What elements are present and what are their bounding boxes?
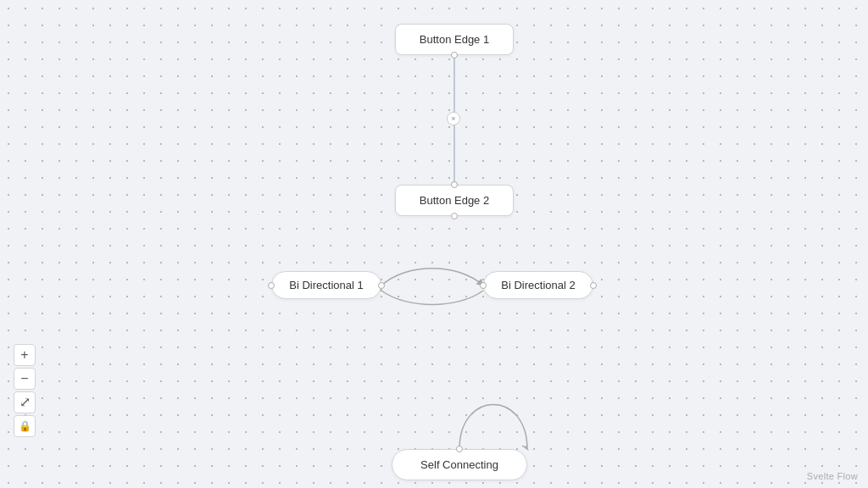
edge-delete-button[interactable]: × (447, 112, 460, 125)
handle-right-bd2[interactable] (590, 282, 597, 289)
node-label: Button Edge 1 (420, 33, 489, 46)
fit-view-button[interactable]: ⤢ (14, 391, 36, 413)
node-self-connecting[interactable]: Self Connecting (392, 449, 527, 480)
canvas-background (0, 0, 868, 488)
zoom-in-button[interactable]: + (14, 344, 36, 366)
zoom-out-button[interactable]: − (14, 368, 36, 390)
edge-button-label: × (451, 114, 455, 123)
controls-panel: + − ⤢ 🔒 (14, 344, 36, 437)
watermark: Svelte Flow (807, 471, 858, 481)
node-button-edge-1[interactable]: Button Edge 1 (395, 24, 514, 55)
handle-top-be2[interactable] (451, 181, 458, 188)
node-label: Button Edge 2 (420, 194, 489, 207)
handle-right-bd1[interactable] (378, 282, 385, 289)
node-label: Bi Directional 1 (289, 279, 363, 291)
node-bi-directional-2[interactable]: Bi Directional 2 (483, 271, 593, 299)
node-button-edge-2[interactable]: Button Edge 2 (395, 185, 514, 216)
handle-left-bd2[interactable] (480, 282, 487, 289)
handle-top-self[interactable] (456, 446, 463, 452)
node-label: Self Connecting (420, 458, 498, 471)
lock-button[interactable]: 🔒 (14, 415, 36, 437)
handle-bottom-be1[interactable] (451, 52, 458, 58)
handle-bottom-be2[interactable] (451, 213, 458, 219)
handle-left-bd1[interactable] (268, 282, 275, 289)
node-bi-directional-1[interactable]: Bi Directional 1 (271, 271, 381, 299)
node-label: Bi Directional 2 (501, 279, 575, 291)
